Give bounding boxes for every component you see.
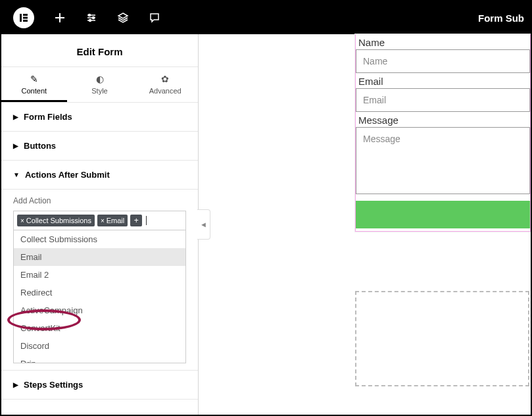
caret-right-icon: ▶ xyxy=(13,381,18,388)
email-label: Email xyxy=(356,73,530,88)
svg-point-11 xyxy=(89,20,91,22)
gear-icon: ✿ xyxy=(132,74,198,84)
tab-advanced-label: Advanced xyxy=(132,87,198,95)
tab-style-label: Style xyxy=(67,87,133,95)
layers-icon[interactable] xyxy=(117,12,129,24)
section-actions-label: Actions After Submit xyxy=(25,170,110,180)
chip-collect-submissions[interactable]: × Collect Submissions xyxy=(17,215,95,226)
tab-advanced[interactable]: ✿ Advanced xyxy=(132,67,198,102)
option-discord[interactable]: Discord xyxy=(14,337,185,355)
elementor-logo[interactable] xyxy=(13,7,34,28)
chip-email[interactable]: × Email xyxy=(97,215,128,226)
caret-right-icon: ▶ xyxy=(13,113,18,120)
close-icon[interactable]: × xyxy=(20,217,24,224)
message-label: Message xyxy=(356,112,530,127)
section-buttons[interactable]: ▶ Buttons xyxy=(1,132,198,161)
empty-section-placeholder[interactable] xyxy=(355,291,529,386)
svg-rect-0 xyxy=(20,14,22,22)
option-email-2[interactable]: Email 2 xyxy=(14,266,185,284)
svg-marker-12 xyxy=(118,13,128,18)
option-convertkit[interactable]: ConvertKit xyxy=(14,319,185,337)
svg-point-10 xyxy=(93,17,95,19)
editor-panel: Edit Form ✎ Content ◐ Style ✿ Advanced ▶… xyxy=(1,34,199,415)
canvas-area: ◄ Name Email Message xyxy=(199,34,531,415)
settings-icon[interactable] xyxy=(85,12,97,24)
svg-rect-2 xyxy=(23,17,28,19)
section-form-fields[interactable]: ▶ Form Fields xyxy=(1,103,198,132)
option-redirect[interactable]: Redirect xyxy=(14,284,185,301)
chip-collect-label: Collect Submissions xyxy=(26,217,91,224)
close-icon[interactable]: × xyxy=(101,217,105,224)
panel-title: Edit Form xyxy=(1,34,198,66)
submit-button[interactable] xyxy=(356,201,530,228)
comment-icon[interactable] xyxy=(149,12,160,24)
svg-rect-1 xyxy=(23,14,28,16)
pencil-icon: ✎ xyxy=(1,74,67,84)
add-action-label: Add Action xyxy=(13,196,186,205)
option-collect-submissions[interactable]: Collect Submissions xyxy=(14,230,185,248)
panel-collapse-handle[interactable]: ◄ xyxy=(197,209,210,240)
action-dropdown[interactable]: Collect Submissions Email Email 2 Redire… xyxy=(13,230,186,363)
section-form-fields-label: Form Fields xyxy=(24,112,72,122)
option-email[interactable]: Email xyxy=(14,248,185,266)
add-icon[interactable] xyxy=(54,12,66,24)
action-select-input[interactable]: × Collect Submissions × Email + xyxy=(13,211,186,230)
chip-email-label: Email xyxy=(107,217,125,224)
section-buttons-label: Buttons xyxy=(24,141,56,151)
section-steps-label: Steps Settings xyxy=(24,380,83,390)
name-label: Name xyxy=(356,34,530,49)
caret-down-icon: ▼ xyxy=(13,171,20,178)
tab-style[interactable]: ◐ Style xyxy=(67,67,133,102)
text-cursor xyxy=(146,216,147,225)
section-actions-after-submit[interactable]: ▼ Actions After Submit xyxy=(1,161,198,190)
name-input[interactable] xyxy=(356,49,530,73)
tab-content[interactable]: ✎ Content xyxy=(1,67,67,102)
contrast-icon: ◐ xyxy=(67,74,133,84)
add-chip-button[interactable]: + xyxy=(130,215,142,226)
page-status: Form Sub xyxy=(478,13,524,24)
caret-right-icon: ▶ xyxy=(13,142,18,149)
form-widget-preview[interactable]: Name Email Message xyxy=(355,34,531,232)
email-input[interactable] xyxy=(356,88,530,112)
option-activecampaign[interactable]: ActiveCampaign xyxy=(14,301,185,319)
top-toolbar: Form Sub xyxy=(1,1,531,34)
section-steps-settings[interactable]: ▶ Steps Settings xyxy=(1,370,198,400)
svg-point-9 xyxy=(89,14,91,16)
option-drip[interactable]: Drip xyxy=(14,355,185,363)
tab-content-label: Content xyxy=(1,87,67,95)
message-textarea[interactable] xyxy=(356,127,530,194)
svg-rect-3 xyxy=(23,20,28,22)
